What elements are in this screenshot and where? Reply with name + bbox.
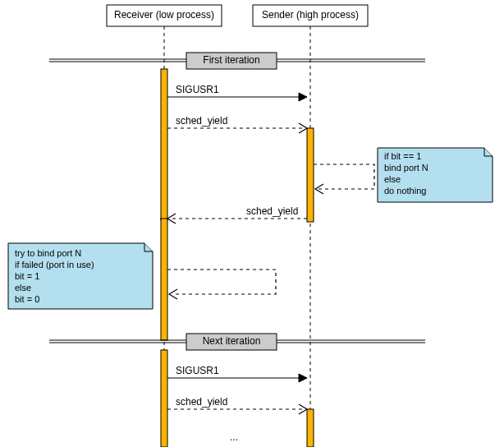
message-sched-yield-2-label: sched_yield [246, 205, 298, 217]
note-sender-line-0: if bit == 1 [384, 151, 421, 161]
note-receiver-line-1: if failed (port in use) [15, 260, 94, 270]
note-receiver-line-0: try to bind port N [15, 248, 81, 258]
message-sched-yield-3: sched_yield [167, 396, 307, 414]
activation-receiver-2 [161, 219, 167, 340]
message-sigusr1-2: SIGUSR1 [167, 365, 307, 382]
message-sched-yield-2: sched_yield [167, 205, 307, 224]
svg-marker-6 [299, 93, 307, 101]
activation-receiver-3 [161, 350, 167, 447]
note-receiver-line-2: bit = 1 [15, 271, 39, 281]
activation-sender-1 [307, 128, 314, 222]
note-sender-line-1: bind port N [384, 163, 428, 173]
note-sender: if bit == 1 bind port N else do nothing [378, 148, 493, 202]
message-sched-yield-1: sched_yield [167, 115, 307, 133]
note-receiver: try to bind port N if failed (port in us… [8, 243, 153, 309]
message-sigusr1-1-label: SIGUSR1 [176, 84, 219, 95]
divider-next: Next iteration [49, 334, 425, 350]
activation-sender-2 [307, 409, 314, 447]
participant-receiver: Receiver (low process) [107, 5, 222, 26]
message-sched-yield-3-label: sched_yield [176, 396, 227, 408]
divider-first-label: First iteration [203, 54, 259, 66]
note-sender-line-2: else [384, 174, 401, 184]
svg-marker-15 [299, 374, 307, 382]
message-sigusr1-1: SIGUSR1 [167, 84, 307, 101]
ellipsis-label: ... [230, 431, 238, 443]
self-message-receiver [167, 270, 276, 299]
divider-first: First iteration [49, 53, 425, 69]
message-sched-yield-1-label: sched_yield [176, 115, 227, 127]
note-receiver-line-3: else [15, 283, 31, 293]
participant-receiver-label: Receiver (low process) [114, 9, 214, 21]
message-sigusr1-2-label: SIGUSR1 [176, 365, 219, 376]
note-sender-line-3: do nothing [384, 186, 426, 196]
participant-sender-label: Sender (high process) [262, 9, 359, 21]
sequence-diagram: Receiver (low process) Sender (high proc… [0, 0, 504, 447]
divider-next-label: Next iteration [203, 335, 261, 347]
self-message-sender [314, 164, 374, 194]
note-receiver-line-4: bit = 0 [15, 294, 39, 304]
participant-sender: Sender (high process) [253, 5, 368, 26]
activation-receiver-1 [161, 69, 167, 220]
